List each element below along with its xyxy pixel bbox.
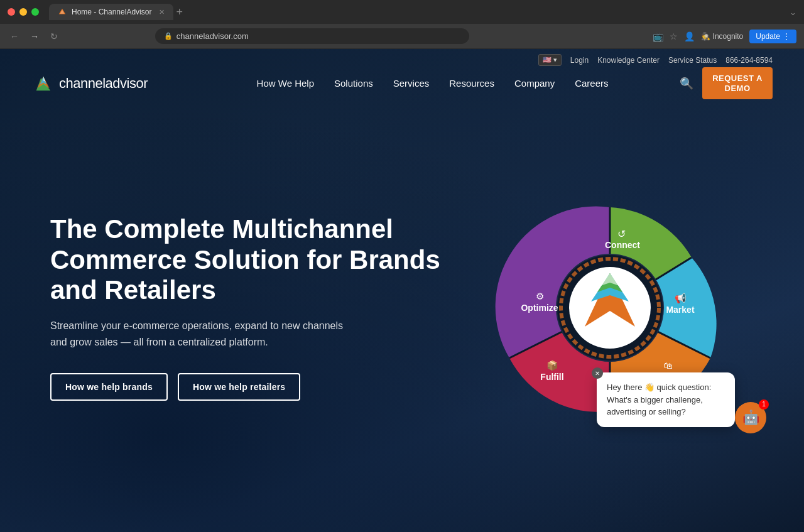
- main-nav: channeladvisor How We Help Solutions Ser…: [0, 66, 804, 100]
- profile-icon[interactable]: 👤: [684, 31, 695, 41]
- new-tab-button[interactable]: +: [176, 6, 183, 18]
- sell-icon: 🛍: [663, 360, 673, 371]
- fulfill-label: Fulfill: [541, 372, 564, 382]
- hero-section: The Complete Multichannel Commerce Solut…: [0, 100, 804, 514]
- nav-links: How We Help Solutions Services Resources…: [185, 73, 680, 94]
- market-label: Market: [666, 305, 695, 315]
- nav-right: 🔍 REQUEST A DEMO: [680, 67, 773, 99]
- browser-actions: 📺 ☆ 👤 🕵️ Incognito Update ⋮: [653, 30, 796, 43]
- nav-solutions[interactable]: Solutions: [325, 73, 382, 94]
- tab-title: Home - ChannelAdvisor: [72, 8, 151, 16]
- demo-btn-line2: DEMO: [712, 84, 763, 94]
- minimize-button[interactable]: [19, 8, 27, 16]
- optimize-icon: ⚙: [536, 291, 544, 301]
- logo-area[interactable]: channeladvisor: [31, 74, 148, 93]
- incognito-text: Incognito: [713, 32, 744, 41]
- update-chevron-icon: ⋮: [783, 32, 790, 41]
- title-bar: Home - ChannelAdvisor ✕ + ⌄: [0, 0, 804, 24]
- nav-company[interactable]: Company: [506, 73, 563, 94]
- dropdown-icon: ▾: [553, 56, 557, 64]
- forward-button[interactable]: →: [28, 30, 41, 43]
- demo-btn-line1: REQUEST A: [712, 73, 763, 84]
- close-button[interactable]: [8, 8, 15, 16]
- url-text: channeladvisor.com: [177, 31, 249, 41]
- chat-popup: ✕ Hey there 👋 quick question: What's a b…: [597, 372, 735, 427]
- search-button[interactable]: 🔍: [680, 77, 693, 90]
- lock-icon: 🔒: [164, 32, 173, 40]
- url-bar[interactable]: 🔒 channeladvisor.com: [155, 28, 469, 44]
- connect-label: Connect: [605, 240, 640, 250]
- how-we-help-retailers-button[interactable]: How we help retailers: [178, 373, 300, 401]
- how-we-help-brands-button[interactable]: How we help brands: [50, 373, 168, 401]
- bookmark-icon[interactable]: ☆: [670, 31, 678, 41]
- logo-text: channeladvisor: [59, 75, 148, 92]
- hero-content: The Complete Multichannel Commerce Solut…: [50, 214, 448, 400]
- chat-message: Hey there 👋 quick question: What's a big…: [607, 381, 725, 418]
- incognito-icon: 🕵️: [701, 32, 710, 41]
- address-bar: ← → ↻ 🔒 channeladvisor.com 📺 ☆ 👤 🕵️ Inco…: [0, 24, 804, 49]
- collapse-icon[interactable]: ⌄: [790, 8, 796, 17]
- back-button[interactable]: ←: [8, 30, 21, 43]
- nav-careers[interactable]: Careers: [566, 73, 617, 94]
- service-status-link[interactable]: Service Status: [668, 56, 717, 65]
- chat-bot-button[interactable]: 🤖 1: [735, 402, 766, 433]
- knowledge-center-link[interactable]: Knowledge Center: [597, 56, 660, 65]
- fulfill-icon: 📦: [546, 360, 558, 371]
- hero-title: The Complete Multichannel Commerce Solut…: [50, 214, 448, 305]
- nav-resources[interactable]: Resources: [440, 73, 503, 94]
- hero-buttons: How we help brands How we help retailers: [50, 373, 448, 401]
- tab-bar: Home - ChannelAdvisor ✕ +: [49, 4, 790, 20]
- top-utility-bar: 🇺🇸 ▾ Login Knowledge Center Service Stat…: [0, 49, 804, 66]
- nav-services[interactable]: Services: [384, 73, 438, 94]
- wheel-diagram: Connect ↺ Market 📢 Sell 🛍 Fulfill 📦: [448, 176, 773, 440]
- incognito-label: 🕵️ Incognito: [701, 32, 744, 41]
- active-tab[interactable]: Home - ChannelAdvisor ✕: [49, 4, 173, 20]
- update-button[interactable]: Update ⋮: [749, 30, 796, 43]
- login-link[interactable]: Login: [570, 56, 589, 65]
- maximize-button[interactable]: [31, 8, 39, 16]
- flag-icon: 🇺🇸: [543, 56, 551, 64]
- website-content: 🇺🇸 ▾ Login Knowledge Center Service Stat…: [0, 49, 804, 532]
- chat-badge: 1: [759, 399, 769, 410]
- update-label: Update: [756, 32, 780, 41]
- language-selector[interactable]: 🇺🇸 ▾: [538, 54, 562, 66]
- request-demo-button[interactable]: REQUEST A DEMO: [702, 67, 773, 99]
- optimize-label: Optimize: [521, 303, 558, 313]
- chat-close-button[interactable]: ✕: [592, 367, 603, 379]
- hero-subtitle: Streamline your e-commerce operations, e…: [50, 318, 352, 350]
- market-icon: 📢: [675, 293, 687, 304]
- browser-window: Home - ChannelAdvisor ✕ + ⌄ ← → ↻ 🔒 chan…: [0, 0, 804, 532]
- logo-icon: [31, 74, 55, 93]
- connect-icon: ↺: [617, 229, 626, 239]
- traffic-lights: [8, 8, 39, 16]
- tab-favicon: [58, 8, 67, 16]
- nav-how-we-help[interactable]: How We Help: [248, 73, 323, 94]
- cast-icon[interactable]: 📺: [653, 31, 663, 41]
- window-controls: ⌄: [790, 8, 796, 17]
- tab-close-icon[interactable]: ✕: [159, 8, 165, 16]
- phone-number: 866-264-8594: [725, 56, 773, 65]
- refresh-button[interactable]: ↻: [48, 30, 60, 43]
